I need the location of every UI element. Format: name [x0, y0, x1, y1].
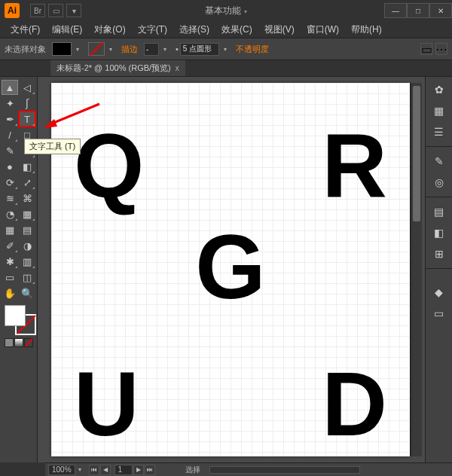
window-close[interactable]: ✕ — [429, 3, 452, 18]
panel-symbols-icon[interactable]: ◎ — [429, 172, 450, 192]
canvas-area[interactable]: Q R G U D — [38, 77, 425, 462]
svg-line-0 — [48, 104, 99, 125]
artboard-index-field[interactable]: 1 — [115, 465, 133, 475]
panel-swatches-icon[interactable]: ▦ — [429, 101, 450, 121]
color-mode-none[interactable] — [24, 338, 33, 347]
fill-dropdown-icon[interactable]: ▾ — [73, 42, 82, 56]
menu-select[interactable]: 选择(S) — [173, 22, 215, 38]
tool-eraser[interactable]: ◧ — [19, 159, 35, 174]
doc-tab-title: 未标题-2* @ 100% (RGB/预览) — [56, 63, 171, 74]
doc-tab-close[interactable]: x — [176, 64, 179, 72]
menu-edit[interactable]: 编辑(E) — [46, 22, 88, 38]
bridge-icon[interactable]: Br — [30, 4, 45, 17]
fill-swatch[interactable] — [52, 42, 72, 56]
menu-effect[interactable]: 效果(C) — [215, 22, 258, 38]
zoom-dropdown-icon[interactable]: ▾ — [75, 463, 84, 477]
tool-magic-wand[interactable]: ✦ — [2, 96, 18, 111]
tool-hand[interactable]: ✋ — [2, 285, 18, 301]
brush-field[interactable]: 5 点圆形 — [180, 43, 219, 56]
stroke-label[interactable]: 描边 — [121, 44, 138, 55]
workspace-switcher[interactable]: 基本功能 — [205, 5, 241, 16]
fill-stroke-control[interactable] — [5, 305, 36, 335]
scrollbar-thumb[interactable] — [413, 86, 420, 221]
control-bar: 未选择对象 ▾ ▾ 描边 - ▾ • 5 点圆形 ▾ 不透明度 ▭ ⋯ — [0, 38, 452, 60]
toolbox: ▲ ◁ ✦ ʃ ✒ T / □ ✎ ✎ ● ◧ ⟳ ⤢ ≋ ⌘ ◔ ▦ ▦ ▤ … — [0, 77, 38, 462]
zoom-field[interactable]: 100% — [48, 465, 75, 475]
tool-scale[interactable]: ⤢ — [19, 175, 35, 190]
svg-marker-1 — [44, 119, 57, 128]
stroke-weight-dropdown-icon[interactable]: ▾ — [160, 42, 170, 56]
panel-color-icon[interactable]: ✿ — [429, 80, 450, 99]
panel-layers-icon[interactable]: ◆ — [429, 282, 450, 302]
tool-blend[interactable]: ◑ — [19, 238, 35, 253]
menu-type[interactable]: 文字(T) — [132, 22, 173, 38]
tool-paintbrush[interactable]: ✎ — [2, 143, 18, 158]
vertical-scrollbar[interactable] — [410, 83, 422, 456]
menu-view[interactable]: 视图(V) — [258, 22, 301, 38]
status-bar: 100% ▾ ⏮ ◀ 1 ▶ ⏭ 选择 — [45, 462, 452, 476]
tool-artboard[interactable]: ▭ — [2, 270, 18, 285]
status-tool-label: 选择 — [185, 465, 200, 475]
tool-zoom[interactable]: 🔍 — [19, 285, 35, 301]
tool-shape-builder[interactable]: ◔ — [2, 206, 18, 221]
tool-selection[interactable]: ▲ — [2, 80, 18, 95]
workspace-dropdown-icon[interactable]: ▾ — [244, 8, 247, 15]
artboard-nav-next[interactable]: ▶ — [133, 465, 144, 475]
panel-artboards-icon[interactable]: ▭ — [429, 304, 450, 323]
tool-gradient[interactable]: ▤ — [19, 222, 35, 237]
menu-window[interactable]: 窗口(W) — [301, 22, 345, 38]
tool-free-transform[interactable]: ⌘ — [19, 191, 35, 206]
menu-help[interactable]: 帮助(H) — [345, 22, 388, 38]
tool-eyedropper[interactable]: ✐ — [2, 238, 18, 253]
arrange-icon[interactable]: ▭ — [48, 4, 63, 17]
tool-width[interactable]: ≋ — [2, 191, 18, 206]
text-object-D[interactable]: D — [322, 359, 387, 449]
tool-direct-selection[interactable]: ◁ — [19, 80, 35, 95]
dock-column-1: ✿ ▦ ☰ ✎ ◎ ▤ ◧ ⊞ ◆ ▭ — [425, 77, 452, 462]
text-object-G[interactable]: G — [195, 221, 265, 312]
text-object-R[interactable]: R — [322, 121, 387, 211]
tool-pen[interactable]: ✒ — [2, 111, 18, 127]
tool-blob-brush[interactable]: ● — [2, 159, 18, 174]
tool-mesh[interactable]: ▦ — [2, 222, 18, 237]
menu-object[interactable]: 对象(O) — [88, 22, 131, 38]
artboard-nav-last[interactable]: ⏭ — [145, 465, 155, 475]
tool-line[interactable]: / — [2, 127, 18, 142]
tooltip-type-tool: 文字工具 (T) — [24, 139, 81, 154]
fill-color-box[interactable] — [5, 305, 26, 326]
artboard-nav-prev[interactable]: ◀ — [100, 465, 111, 475]
arrange2-icon[interactable]: ▾ — [66, 4, 81, 17]
menu-file[interactable]: 文件(F) — [5, 22, 46, 38]
stroke-weight-field[interactable]: - — [144, 43, 159, 56]
horizontal-scrollbar[interactable] — [209, 466, 360, 474]
panel-align-icon[interactable]: ⊞ — [429, 244, 450, 264]
stroke-dropdown-icon[interactable]: ▾ — [106, 42, 115, 56]
tool-type[interactable]: T — [19, 111, 35, 127]
artboard-nav-first[interactable]: ⏮ — [89, 465, 99, 475]
color-mode-gradient[interactable] — [14, 338, 23, 347]
doc-setup-icon[interactable]: ▭ — [420, 43, 432, 55]
color-mode-solid[interactable] — [5, 338, 14, 347]
tool-graph[interactable]: ▥ — [19, 254, 35, 269]
opacity-label[interactable]: 不透明度 — [236, 44, 269, 55]
tool-perspective[interactable]: ▦ — [19, 206, 35, 221]
panel-stroke-icon[interactable]: ▤ — [429, 202, 450, 221]
panel-transparency-icon[interactable]: ◧ — [429, 223, 450, 243]
text-object-U[interactable]: U — [74, 359, 139, 449]
doc-tab[interactable]: 未标题-2* @ 100% (RGB/预览) x — [50, 60, 185, 76]
brush-bullet: • — [176, 44, 179, 53]
brush-dropdown-icon[interactable]: ▾ — [221, 42, 230, 56]
pref-icon[interactable]: ⋯ — [435, 43, 447, 55]
workspace: ▲ ◁ ✦ ʃ ✒ T / □ ✎ ✎ ● ◧ ⟳ ⤢ ≋ ⌘ ◔ ▦ ▦ ▤ … — [0, 77, 452, 462]
tool-slice[interactable]: ◫ — [19, 270, 35, 285]
tool-lasso[interactable]: ʃ — [19, 96, 35, 111]
window-maximize[interactable]: □ — [407, 3, 429, 18]
window-minimize[interactable]: — — [384, 3, 407, 18]
tool-symbol-sprayer[interactable]: ✱ — [2, 254, 18, 269]
stroke-swatch-none[interactable] — [88, 42, 105, 56]
panel-brushes-icon[interactable]: ✎ — [429, 151, 450, 171]
panel-color-guide-icon[interactable]: ☰ — [429, 122, 450, 142]
artboard[interactable]: Q R G U D — [51, 83, 410, 456]
tool-rotate[interactable]: ⟳ — [2, 175, 18, 190]
text-object-Q[interactable]: Q — [74, 121, 144, 211]
